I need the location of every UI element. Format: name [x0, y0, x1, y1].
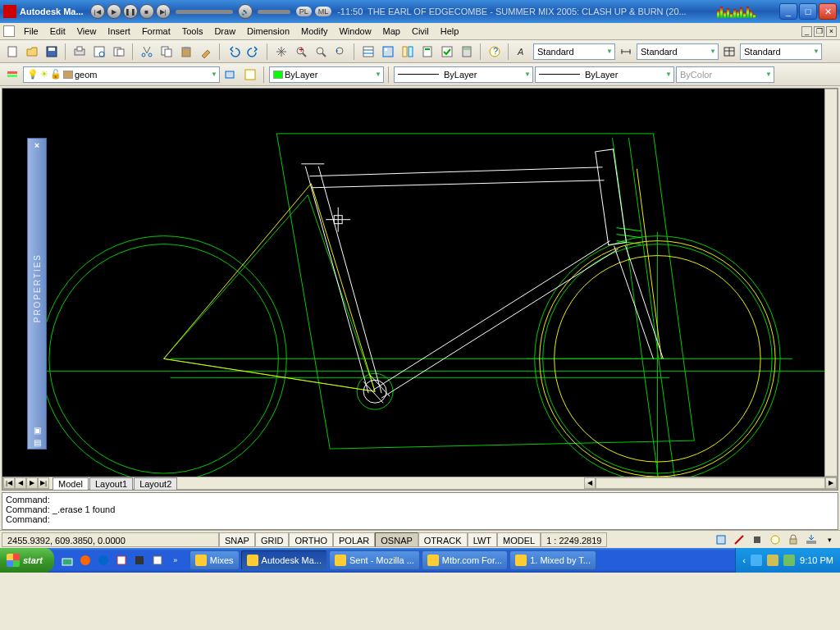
minimize-button[interactable]: _: [779, 3, 797, 20]
taskbar-task[interactable]: Mtbr.com For...: [422, 550, 508, 570]
open-button[interactable]: [23, 43, 41, 61]
mdi-restore-button[interactable]: ❐: [814, 26, 824, 37]
menu-format[interactable]: Format: [136, 25, 176, 38]
ql-app-5[interactable]: [149, 551, 166, 569]
cut-button[interactable]: [138, 43, 156, 61]
status-tray-icon[interactable]: [802, 531, 820, 549]
media-prev-button[interactable]: |◀: [90, 4, 105, 19]
ql-app-4[interactable]: [131, 551, 148, 569]
document-icon[interactable]: [3, 25, 15, 37]
menu-dimension[interactable]: Dimension: [241, 25, 295, 38]
status-icon-3[interactable]: [748, 531, 766, 549]
ql-app-2[interactable]: [95, 551, 112, 569]
menu-tools[interactable]: Tools: [176, 25, 209, 38]
tray-icon-2[interactable]: [767, 555, 778, 566]
command-prompt[interactable]: Command:: [6, 514, 834, 524]
tool-palettes-button[interactable]: [399, 43, 417, 61]
status-toggle-polar[interactable]: POLAR: [333, 532, 375, 547]
menu-map[interactable]: Map: [377, 25, 406, 38]
menu-modify[interactable]: Modify: [295, 25, 333, 38]
clean-screen-button[interactable]: ▾: [820, 531, 838, 549]
tray-icon-3[interactable]: [783, 555, 795, 566]
ql-app-1[interactable]: [77, 551, 94, 569]
tray-icon-1[interactable]: [751, 555, 762, 566]
zoom-realtime-button[interactable]: +: [292, 43, 310, 61]
sheet-set-button[interactable]: [418, 43, 436, 61]
taskbar-task[interactable]: Autodesk Ma...: [241, 550, 327, 570]
tray-expand-button[interactable]: ‹: [742, 555, 746, 565]
properties-button[interactable]: [359, 43, 377, 61]
taskbar-task[interactable]: Mixes: [189, 550, 240, 570]
vertical-scrollbar[interactable]: [824, 89, 838, 477]
redo-button[interactable]: [244, 43, 262, 61]
hscroll-left-button[interactable]: ◀: [584, 477, 596, 489]
layer-previous-button[interactable]: [221, 66, 240, 84]
ql-more[interactable]: »: [167, 551, 184, 569]
ql-show-desktop[interactable]: [59, 551, 75, 569]
menu-draw[interactable]: Draw: [208, 25, 241, 38]
command-window[interactable]: Command: Command: _.erase 1 found Comman…: [2, 492, 838, 530]
tab-first-button[interactable]: |◀: [3, 477, 15, 489]
media-volume-button[interactable]: 🔊: [238, 4, 253, 19]
color-combo[interactable]: ByLayer▼: [269, 66, 384, 83]
maximize-button[interactable]: □: [799, 3, 817, 20]
tab-prev-button[interactable]: ◀: [15, 477, 26, 489]
coordinates-display[interactable]: 2455.9392, 609.3850, 0.0000: [2, 532, 219, 547]
plot-button[interactable]: [71, 43, 89, 61]
save-button[interactable]: [43, 43, 61, 61]
menu-help[interactable]: Help: [435, 25, 465, 38]
undo-button[interactable]: [225, 43, 243, 61]
close-button[interactable]: ✕: [819, 3, 837, 20]
status-toggle-otrack[interactable]: OTRACK: [418, 532, 468, 547]
media-library-pill[interactable]: ML: [315, 7, 332, 16]
help-button[interactable]: ?: [486, 43, 504, 61]
status-icon-2[interactable]: [730, 531, 748, 549]
status-lock-icon[interactable]: [784, 531, 802, 549]
taskbar-clock[interactable]: 9:10 PM: [800, 555, 833, 565]
menu-view[interactable]: View: [71, 25, 103, 38]
media-playlist-pill[interactable]: PL: [296, 7, 312, 16]
start-button[interactable]: start: [0, 548, 54, 573]
layer-combo[interactable]: 💡 ☀ 🔓 geom ▼: [23, 66, 220, 83]
mdi-minimize-button[interactable]: _: [801, 26, 812, 37]
status-toggle-model[interactable]: MODEL: [497, 532, 541, 547]
new-button[interactable]: [3, 43, 21, 61]
layer-states-button[interactable]: [241, 66, 259, 84]
status-toggle-snap[interactable]: SNAP: [219, 532, 255, 547]
menu-edit[interactable]: Edit: [44, 25, 71, 38]
ql-app-3[interactable]: [113, 551, 130, 569]
pan-button[interactable]: [272, 43, 290, 61]
dim-style-combo[interactable]: Standard▼: [637, 43, 719, 60]
text-style-combo[interactable]: Standard▼: [533, 43, 615, 60]
plotstyle-combo[interactable]: ByColor▼: [676, 66, 774, 83]
menu-insert[interactable]: Insert: [102, 25, 136, 38]
table-style-combo[interactable]: Standard▼: [740, 43, 822, 60]
design-center-button[interactable]: [379, 43, 397, 61]
zoom-window-button[interactable]: [312, 43, 330, 61]
plot-preview-button[interactable]: [90, 43, 108, 61]
linetype-combo[interactable]: ByLayer▼: [394, 66, 533, 83]
drawing-viewport[interactable]: × PROPERTIES ▣ ▤ |◀ ◀ ▶ ▶| ModelLayout1L…: [2, 88, 838, 491]
publish-button[interactable]: [110, 43, 128, 61]
tab-next-button[interactable]: ▶: [26, 477, 38, 489]
layout-tab-model[interactable]: Model: [52, 477, 89, 490]
layout-tab-layout2[interactable]: Layout2: [134, 477, 177, 490]
menu-civil[interactable]: Civil: [406, 25, 435, 38]
status-toggle-lwt[interactable]: LWT: [468, 532, 497, 547]
media-volume-slider[interactable]: [258, 10, 290, 14]
match-properties-button[interactable]: [197, 43, 215, 61]
copy-button[interactable]: [158, 43, 176, 61]
lineweight-combo[interactable]: ByLayer▼: [535, 66, 674, 83]
tab-last-button[interactable]: ▶|: [38, 477, 49, 489]
status-icon-1[interactable]: [712, 531, 730, 549]
status-toggle-osnap[interactable]: OSNAP: [375, 532, 418, 547]
status-toggle-grid[interactable]: GRID: [255, 532, 290, 547]
layer-properties-button[interactable]: [3, 66, 21, 84]
horizontal-scrollbar[interactable]: [596, 477, 825, 489]
menu-window[interactable]: Window: [333, 25, 377, 38]
markup-button[interactable]: [438, 43, 456, 61]
hscroll-right-button[interactable]: ▶: [825, 477, 837, 489]
quickcalc-button[interactable]: [458, 43, 476, 61]
menu-file[interactable]: File: [18, 25, 44, 38]
mdi-close-button[interactable]: ×: [826, 26, 837, 37]
